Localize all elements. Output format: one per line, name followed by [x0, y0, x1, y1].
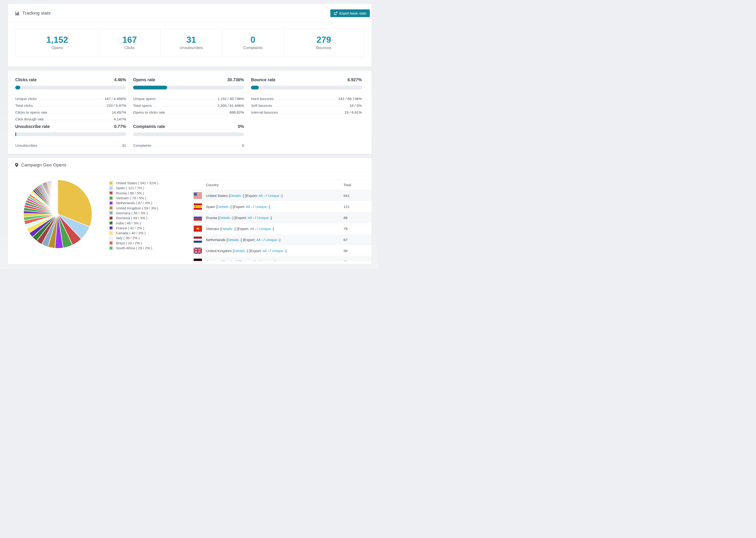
- details-link[interactable]: Details ›: [234, 249, 247, 253]
- legend-swatch: [109, 231, 113, 235]
- progress-fill: [251, 86, 259, 89]
- details-link[interactable]: Details ›: [217, 205, 231, 209]
- stat-row-label: Total clicks: [15, 103, 33, 108]
- export-unique-link[interactable]: Unique ›: [272, 249, 286, 253]
- export-all-link[interactable]: All ›: [262, 249, 269, 253]
- stat-row-value: 242 / 86.738%: [338, 97, 362, 101]
- progress-bar: [133, 133, 244, 136]
- export-basic-stats-button[interactable]: Export basic stats: [330, 9, 370, 17]
- bracket-text: ]: [275, 260, 276, 261]
- stat-row-value: 689.82%: [230, 110, 244, 115]
- progress-bar: [133, 86, 244, 89]
- bracket-text: ]: [269, 205, 270, 209]
- legend-swatch: [109, 181, 113, 185]
- stat-row: Hard bounces242 / 86.738%: [251, 95, 362, 101]
- summary-cell-clicks: 167Clicks: [99, 28, 160, 57]
- stat-row: Soft bounces18 / 0%: [251, 101, 362, 108]
- dotted-leader: [274, 106, 348, 107]
- rate-value: 4.46%: [114, 77, 126, 82]
- total-value: 59: [344, 249, 348, 253]
- export-all-link[interactable]: All ›: [252, 260, 258, 261]
- legend-item-india: India ( 46 / 3% ): [109, 220, 158, 225]
- details-link[interactable]: Details ›: [228, 238, 241, 242]
- stat-row-label: Click through rate: [15, 117, 44, 122]
- export-all-link[interactable]: All ›: [248, 216, 254, 220]
- table-header-country: Country: [193, 183, 219, 187]
- separator-text: /: [258, 260, 261, 261]
- export-unique-link[interactable]: Unique ›: [268, 194, 282, 198]
- legend-label: Canada ( 40 / 2% ): [116, 231, 145, 235]
- rate-title-row: Unsubscribe rate0.77%: [15, 124, 126, 129]
- stat-row: Total clicks220 / 5.87%: [15, 101, 126, 108]
- details-link[interactable]: Details ›: [230, 194, 243, 198]
- details-link[interactable]: Details ›: [221, 227, 235, 231]
- stat-row: Unsubscribes31: [15, 141, 126, 148]
- legend-swatch: [109, 241, 113, 245]
- legend-item-netherlands: Netherlands ( 67 / 4% ): [109, 200, 158, 205]
- legend-swatch: [109, 226, 113, 230]
- total-value: 121: [344, 205, 350, 209]
- export-all-link[interactable]: All ›: [246, 205, 252, 209]
- stat-row-value: 1,152 / 30.736%: [217, 97, 244, 101]
- bracket-text: ] [Export:: [236, 260, 251, 261]
- rate-block-opens-rate: Opens rate30.736%Unique opens1,152 / 30.…: [133, 77, 244, 122]
- stat-row-label: Soft bounces: [251, 103, 272, 108]
- summary-cell-complaints: 0Complaints: [222, 28, 284, 57]
- details-link[interactable]: Details ›: [219, 216, 233, 220]
- bracket-text: ] [Export:: [247, 249, 262, 253]
- tracking-stats-page: Tracking stats Export basic stats 1,152O…: [0, 0, 378, 269]
- rate-block-unsubscribe-rate: Unsubscribe rate0.77%Unsubscribes31: [15, 124, 126, 148]
- dotted-leader: [276, 99, 337, 100]
- progress-fill: [133, 86, 167, 89]
- total-value: 86: [344, 216, 348, 220]
- stat-value-complaints: 0: [250, 35, 255, 45]
- legend-label: South Africa ( 29 / 2% ): [116, 246, 152, 250]
- details-link[interactable]: Details ›: [223, 260, 236, 261]
- export-all-link[interactable]: All ›: [250, 227, 256, 231]
- country-name: United States [: [206, 194, 230, 198]
- table-row-united-states: United States [Details ›] [Export: All ›…: [193, 190, 372, 201]
- export-all-link[interactable]: All ›: [258, 194, 265, 198]
- legend-swatch: [109, 246, 113, 250]
- country-name: Netherlands [: [206, 238, 228, 242]
- country-name: Russia [: [206, 216, 219, 220]
- export-all-link[interactable]: All ›: [256, 238, 263, 242]
- export-unique-link[interactable]: Unique ›: [261, 260, 275, 261]
- country-cell: Spain [Details ›] [Export: All › / Uniqu…: [193, 205, 270, 209]
- total-value: 79: [344, 227, 348, 231]
- geo-table-body: United States [Details ›] [Export: All ›…: [193, 190, 372, 261]
- legend-item-united-states: United States ( 541 / 31% ): [109, 181, 158, 186]
- flag-icon-nl: [194, 237, 202, 243]
- legend-item-canada: Canada ( 40 / 2% ): [109, 231, 158, 236]
- rate-title-row: Bounce rate6.927%: [251, 77, 362, 82]
- export-unique-link[interactable]: Unique ›: [266, 238, 279, 242]
- total-value: 67: [344, 238, 348, 242]
- stat-row-label: Unique clicks: [15, 97, 37, 101]
- table-row-netherlands: Netherlands [Details ›] [Export: All › /…: [193, 234, 372, 245]
- legend-item-russia: Russia ( 86 / 5% ): [109, 190, 158, 195]
- tracking-stats-card: Tracking stats Export basic stats 1,152O…: [8, 4, 372, 67]
- export-unique-link[interactable]: Unique ›: [255, 205, 269, 209]
- rates-card: Clicks rate4.46%Unique clicks167 / 4.456…: [8, 71, 372, 154]
- country-name: United Kingdom [: [206, 249, 234, 253]
- legend-swatch: [109, 216, 113, 220]
- country-cell: United States [Details ›] [Export: All ›…: [193, 194, 283, 198]
- legend-swatch: [109, 211, 113, 215]
- stat-label-bounces: Bounces: [316, 45, 331, 50]
- export-button-label: Export basic stats: [340, 12, 366, 15]
- export-unique-link[interactable]: Unique ›: [259, 227, 273, 231]
- stat-row: Clicks to opens rate14.497%: [15, 108, 126, 115]
- geo-opens-table: Country Total United States [Details ›] …: [193, 180, 372, 261]
- bracket-text: ] [Export:: [241, 238, 256, 242]
- summary-cell-bounces: 279Bounces: [284, 28, 364, 57]
- flag-icon-vn: [194, 226, 202, 232]
- progress-fill: [15, 133, 16, 136]
- table-header-total: Total: [344, 183, 351, 187]
- stat-label-opens: Opens: [51, 45, 63, 50]
- export-unique-link[interactable]: Unique ›: [257, 216, 271, 220]
- separator-text: /: [269, 249, 272, 253]
- legend-item-south-africa: South Africa ( 29 / 2% ): [109, 245, 158, 250]
- separator-text: /: [265, 194, 268, 198]
- progress-bar: [15, 133, 126, 136]
- rate-title-row: Complaints rate0%: [133, 124, 244, 129]
